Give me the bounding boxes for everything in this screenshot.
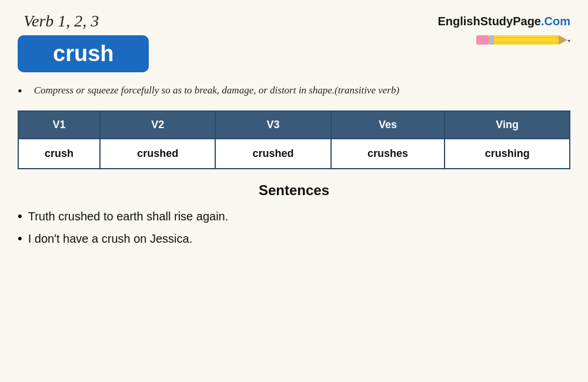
sentence-text-1: Truth crushed to earth shall rise again. [28,208,229,224]
svg-marker-3 [559,35,567,45]
word-badge: crush [18,35,149,72]
cell-v1: crush [18,139,100,169]
left-header: Verb 1, 2, 3 crush [18,12,149,72]
header-section: Verb 1, 2, 3 crush EnglishStudyPage.Com [18,12,570,72]
cell-ving: crushing [445,139,570,169]
svg-rect-1 [489,35,494,45]
svg-rect-2 [494,35,559,45]
sentence-item-2: • I don't have a crush on Jessica. [18,230,570,247]
cell-v2: crushed [100,139,215,169]
sentences-heading: Sentences [18,182,570,199]
col-v3: V3 [215,111,330,139]
bullet-icon: • [18,83,22,100]
page-container: Verb 1, 2, 3 crush EnglishStudyPage.Com [0,0,588,382]
logo-com: .Com [541,15,570,28]
logo-text: EnglishStudyPage.Com [437,15,570,28]
table-header-row: V1 V2 V3 Ves Ving [18,111,570,139]
definition-section: • Compress or squeeze forcefully so as t… [18,83,570,100]
sentence-text-2: I don't have a crush on Jessica. [28,230,193,247]
svg-marker-4 [567,38,570,42]
logo-area: EnglishStudyPage.Com [437,12,570,48]
pencil-icon [476,32,570,48]
definition-item: • Compress or squeeze forcefully so as t… [18,83,570,100]
verb-label: Verb 1, 2, 3 [24,12,99,31]
col-v1: V1 [18,111,100,139]
logo-main: EnglishStudyPage [437,15,541,28]
col-ves: Ves [331,111,445,139]
col-v2: V2 [100,111,215,139]
cell-v3: crushed [215,139,330,169]
definition-text: Compress or squeeze forcefully so as to … [28,83,399,98]
svg-rect-0 [476,35,489,45]
verb-table: V1 V2 V3 Ves Ving crush crushed crushed … [18,110,570,169]
sentence-bullet-1: • [18,208,22,225]
table-row: crush crushed crushed crushes crushing [18,139,570,169]
main-word: crush [53,41,113,66]
sentences-section: Sentences • Truth crushed to earth shall… [18,182,570,247]
sentence-item-1: • Truth crushed to earth shall rise agai… [18,208,570,225]
sentence-bullet-2: • [18,230,22,247]
col-ving: Ving [445,111,570,139]
cell-ves: crushes [331,139,445,169]
